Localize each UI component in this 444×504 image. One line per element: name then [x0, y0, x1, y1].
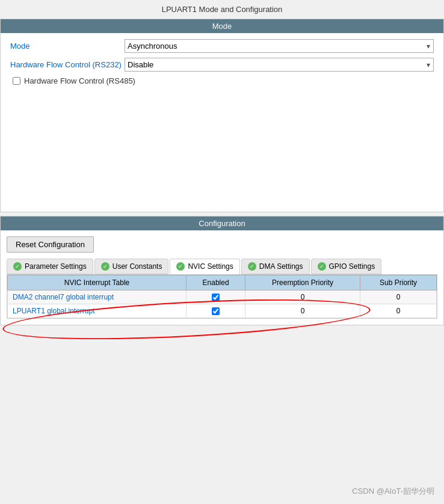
hw-flow-rs485-row: Hardware Flow Control (RS485) [13, 76, 434, 85]
col-preemption: Preemption Priority [245, 275, 360, 290]
watermark: CSDN @AIoT-韶华分明 [352, 486, 434, 497]
nvic-table-header-row: NVIC Interrupt Table Enabled Preemption … [8, 275, 437, 290]
row1-sub: 0 [360, 290, 437, 304]
tab-gpio-icon [318, 262, 326, 271]
col-sub-priority: Sub Priority [360, 275, 437, 290]
tab-user-label: User Constants [113, 262, 162, 271]
tab-nvic-settings[interactable]: NVIC Settings [170, 259, 239, 274]
mode-content: Mode Asynchronous Hardware Flow Control … [1, 33, 443, 212]
config-section-header: Configuration [1, 217, 443, 230]
row2-preemption: 0 [245, 304, 360, 318]
row1-name: DMA2 channel7 global interrupt [8, 290, 187, 304]
reset-config-button[interactable]: Reset Configuration [7, 236, 94, 253]
mode-select[interactable]: Asynchronous [125, 39, 434, 53]
tab-parameter-settings[interactable]: Parameter Settings [7, 259, 93, 274]
col-nvic-name: NVIC Interrupt Table [8, 275, 187, 290]
hw-flow-rs232-label: Hardware Flow Control (RS232) [10, 60, 125, 69]
config-section: Configuration Reset Configuration Parame… [0, 216, 444, 325]
hw-flow-rs232-select[interactable]: Disable [125, 58, 434, 72]
config-content: Reset Configuration Parameter Settings U… [1, 230, 443, 325]
page-title: LPUART1 Mode and Configuration [0, 0, 444, 19]
tab-user-icon [101, 262, 109, 271]
row2-sub: 0 [360, 304, 437, 318]
row2-enabled-checkbox[interactable] [212, 307, 220, 315]
row2-enabled [187, 304, 245, 318]
mode-select-wrapper: Asynchronous [125, 39, 434, 53]
tab-dma-settings[interactable]: DMA Settings [241, 259, 310, 274]
tab-nvic-icon [176, 262, 185, 271]
hw-flow-rs485-label: Hardware Flow Control (RS485) [24, 76, 135, 85]
nvic-table: NVIC Interrupt Table Enabled Preemption … [7, 275, 437, 318]
hw-flow-rs232-row: Hardware Flow Control (RS232) Disable [10, 58, 434, 72]
hw-flow-rs485-checkbox[interactable] [13, 77, 20, 85]
mode-row: Mode Asynchronous [10, 39, 434, 53]
mode-section: Mode Mode Asynchronous Hardware Flow Con… [0, 19, 444, 212]
table-row: LPUART1 global interrupt 0 0 [8, 304, 437, 318]
row1-enabled-checkbox[interactable] [212, 293, 220, 301]
row2-name: LPUART1 global interrupt [8, 304, 187, 318]
mode-empty-space [10, 85, 434, 206]
row1-enabled [187, 290, 245, 304]
tabs-row: Parameter Settings User Constants NVIC S… [7, 259, 437, 274]
tab-nvic-label: NVIC Settings [188, 262, 233, 271]
mode-label: Mode [10, 41, 125, 51]
hw-flow-rs232-select-wrapper: Disable [125, 58, 434, 72]
tab-gpio-label: GPIO Settings [329, 262, 375, 271]
mode-section-header: Mode [1, 19, 443, 33]
tab-param-icon [13, 262, 22, 271]
tab-dma-icon [248, 262, 256, 271]
row1-preemption: 0 [245, 290, 360, 304]
nvic-table-container: NVIC Interrupt Table Enabled Preemption … [7, 274, 437, 319]
table-row: DMA2 channel7 global interrupt 0 0 [8, 290, 437, 304]
tab-gpio-settings[interactable]: GPIO Settings [311, 259, 382, 274]
tab-param-label: Parameter Settings [25, 262, 87, 271]
col-enabled: Enabled [187, 275, 245, 290]
tab-user-constants[interactable]: User Constants [94, 259, 169, 274]
tab-dma-label: DMA Settings [259, 262, 303, 271]
